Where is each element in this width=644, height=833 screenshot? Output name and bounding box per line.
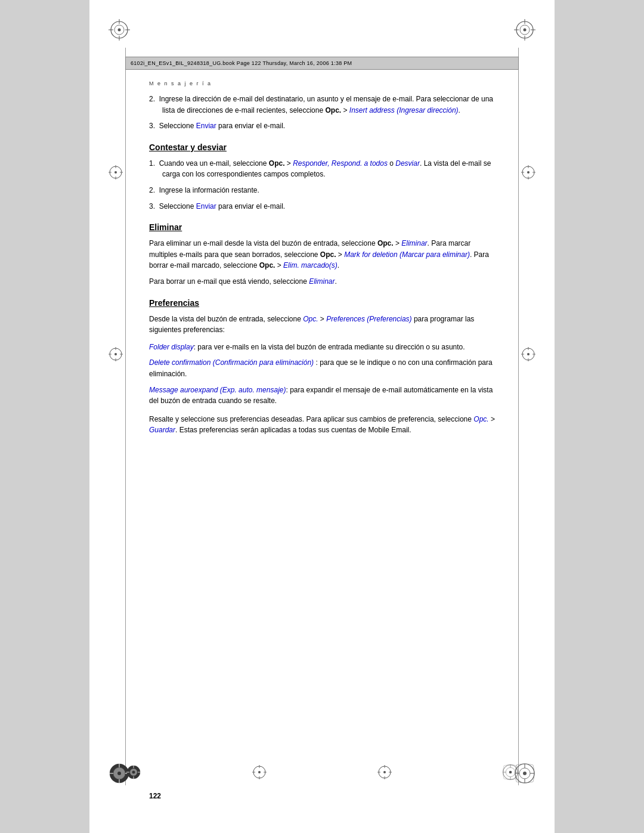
c3-t1: Seleccione xyxy=(159,202,196,210)
svg-point-54 xyxy=(132,771,135,774)
contestar-item-2: 2. Ingrese la información restante. xyxy=(149,185,495,196)
svg-point-73 xyxy=(509,771,512,774)
side-mark-left-mid xyxy=(107,346,124,363)
content-area: M e n s a j e r í a 2. Ingrese la direcc… xyxy=(149,80,495,773)
svg-point-66 xyxy=(383,771,386,773)
c1-link1: Responder, Respond. a todos xyxy=(293,159,388,168)
heading-contestar: Contestar y desviar xyxy=(149,143,495,152)
pf-after: . Estas preferencias serán aplicadas a t… xyxy=(175,426,411,434)
p-item2-link: Delete confirmation (Confirmación para e… xyxy=(149,358,314,367)
heading-preferencias: Preferencias xyxy=(149,298,495,308)
c1-t1: Cuando vea un e-mail, seleccione xyxy=(159,159,269,168)
svg-point-16 xyxy=(117,772,121,775)
c3-link: Enviar xyxy=(196,202,216,210)
c2-text: Ingrese la información restante. xyxy=(159,186,259,194)
intro-item-2-link: Insert address (Ingresar dirección) xyxy=(349,106,459,114)
pref-final-para: Resalte y seleccione sus preferencias de… xyxy=(149,414,495,436)
e1-s2: > xyxy=(336,250,345,259)
c1-mid: o xyxy=(388,159,395,168)
corner-mark-tl xyxy=(107,18,131,42)
intro-item-2-end: . xyxy=(459,106,460,114)
intro-item-2-sep: > xyxy=(341,106,349,114)
page-inner: 6102i_EN_ESv1_BIL_9248318_UG.book Page 1… xyxy=(89,0,555,833)
e1-opc2: Opc. xyxy=(320,250,336,259)
svg-point-41 xyxy=(527,171,530,174)
e1-link1: Eliminar xyxy=(401,239,427,247)
vline-left xyxy=(125,48,126,785)
e1-end: . xyxy=(338,261,339,270)
side-mark-left-top xyxy=(107,164,124,181)
c1-sep: > xyxy=(284,159,293,168)
c1-link2: Desviar xyxy=(395,159,420,168)
svg-point-29 xyxy=(114,171,117,174)
p-item1-link: Folder display xyxy=(149,343,194,351)
c1-opc: Opc. xyxy=(269,159,285,168)
p-item3-link: Message auroexpand (Exp. auto. mensaje) xyxy=(149,386,286,394)
e2-end: . xyxy=(335,277,337,286)
svg-point-9 xyxy=(524,29,527,32)
p1-link2: Preferences (Preferencias) xyxy=(326,315,411,323)
c2-num: 2. xyxy=(149,186,159,194)
p1-link1: Opc. xyxy=(303,315,318,323)
e1-s3: > xyxy=(275,261,283,270)
section-label: M e n s a j e r í a xyxy=(149,80,495,86)
page-number: 122 xyxy=(149,792,161,800)
bottom-mark-1 xyxy=(125,764,142,781)
page: 6102i_EN_ESv1_BIL_9248318_UG.book Page 1… xyxy=(89,0,555,833)
pref-item3: Message auroexpand (Exp. auto. mensaje):… xyxy=(149,385,495,407)
contestar-item-1: 1. Cuando vea un e-mail, seleccione Opc.… xyxy=(149,158,495,180)
pref-item1: Folder display: para ver e-mails en la v… xyxy=(149,342,495,353)
side-mark-right-mid xyxy=(520,346,537,363)
eliminar-para1: Para eliminar un e-mail desde la vista d… xyxy=(149,238,495,271)
intro-item-2-num: 2. xyxy=(149,95,159,103)
bottom-marks xyxy=(125,764,519,781)
e2-link: Eliminar xyxy=(309,277,335,286)
header-bar-text: 6102i_EN_ESv1_BIL_9248318_UG.book Page 1… xyxy=(131,60,352,66)
pref-item2: Delete confirmation (Confirmación para e… xyxy=(149,357,495,379)
intro-item-2-opc: Opc. xyxy=(325,106,341,114)
c1-num: 1. xyxy=(149,159,159,168)
eliminar-para2: Para borrar un e-mail que está viendo, s… xyxy=(149,276,495,287)
svg-point-2 xyxy=(118,29,121,32)
intro-item-3-link: Enviar xyxy=(196,122,216,130)
pref-para1: Desde la vista del buzón de entrada, sel… xyxy=(149,314,495,336)
pf-link2: Guardar xyxy=(149,426,175,434)
intro-item-2: 2. Ingrese la dirección de e-mail del de… xyxy=(149,94,495,116)
e1-s1: > xyxy=(394,239,402,247)
intro-item-3-text1: Seleccione xyxy=(159,122,196,130)
bottom-mark-3 xyxy=(376,764,393,781)
bottom-mark-4 xyxy=(502,764,519,781)
corner-mark-tr xyxy=(513,18,537,42)
contestar-item-3: 3. Seleccione Enviar para enviar el e-ma… xyxy=(149,201,495,212)
vline-right xyxy=(518,48,519,785)
svg-point-47 xyxy=(527,353,530,355)
intro-item-3: 3. Seleccione Enviar para enviar el e-ma… xyxy=(149,120,495,132)
svg-point-35 xyxy=(114,353,117,355)
e1-link3: Elim. marcado(s) xyxy=(283,261,338,270)
e1-opc1: Opc. xyxy=(377,239,394,247)
e1-link2: Mark for deletion (Marcar para eliminar) xyxy=(344,250,470,259)
heading-eliminar: Eliminar xyxy=(149,222,495,232)
p1-sep: > xyxy=(318,315,327,323)
svg-point-60 xyxy=(258,771,261,773)
intro-item-3-num: 3. xyxy=(149,122,159,130)
p-item1-text: : para ver e-mails en la vista del buzón… xyxy=(194,343,465,351)
e1-t1: Para eliminar un e-mail desde la vista d… xyxy=(149,239,377,247)
bottom-mark-2 xyxy=(251,764,268,781)
header-bar: 6102i_EN_ESv1_BIL_9248318_UG.book Page 1… xyxy=(125,57,519,70)
e2-t1: Para borrar un e-mail que está viendo, s… xyxy=(149,277,309,286)
side-mark-right-top xyxy=(520,164,537,181)
pf-link1: Opc. xyxy=(473,415,488,423)
svg-point-23 xyxy=(523,772,527,775)
c3-t2: para enviar el e-mail. xyxy=(216,202,285,210)
pf-t1: Resalte y seleccione sus preferencias de… xyxy=(149,415,473,423)
p1-t1: Desde la vista del buzón de entrada, sel… xyxy=(149,315,303,323)
c3-num: 3. xyxy=(149,202,159,210)
pf-sep: > xyxy=(489,415,495,423)
intro-item-3-text2: para enviar el e-mail. xyxy=(216,122,285,130)
e1-opc3: Opc. xyxy=(259,261,275,270)
